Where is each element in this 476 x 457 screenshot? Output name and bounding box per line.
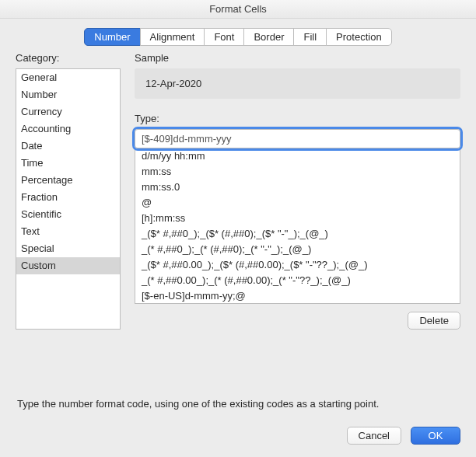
tab-number[interactable]: Number <box>84 28 140 46</box>
category-item[interactable]: Accounting <box>16 120 120 138</box>
category-item[interactable]: Currency <box>16 103 120 120</box>
delete-button[interactable]: Delete <box>408 312 460 330</box>
category-item[interactable]: Scientific <box>16 206 120 223</box>
hint-text: Type the number format code, using one o… <box>16 379 460 419</box>
sample-value: 12-Apr-2020 <box>135 68 460 99</box>
tab-fill[interactable]: Fill <box>293 28 327 46</box>
category-item[interactable]: Number <box>16 86 120 103</box>
format-code-list[interactable]: d/m/yy hh:mmmm:ssmm:ss.0@[h]:mm:ss_($* #… <box>135 148 460 304</box>
category-item[interactable]: Text <box>16 223 120 240</box>
category-item[interactable]: Special <box>16 240 120 257</box>
cancel-button[interactable]: Cancel <box>347 427 401 445</box>
format-code-item[interactable]: _($* #,##0.00_);_($* (#,##0.00);_($* "-"… <box>135 257 460 273</box>
category-label: Category: <box>16 52 121 64</box>
tab-font[interactable]: Font <box>204 28 244 46</box>
dialog-footer: Cancel OK <box>0 427 476 457</box>
category-item[interactable]: Custom <box>16 257 120 274</box>
type-label: Type: <box>135 113 460 124</box>
format-cells-window: Format Cells NumberAlignmentFontBorderFi… <box>0 0 476 457</box>
ok-button[interactable]: OK <box>411 427 460 445</box>
format-code-item[interactable]: @ <box>135 195 460 211</box>
tab-bar: NumberAlignmentFontBorderFillProtection <box>0 19 476 47</box>
category-item[interactable]: Time <box>16 155 120 172</box>
sample-label: Sample <box>135 52 460 64</box>
format-code-item[interactable]: _(* #,##0_);_(* (#,##0);_(* "-"_);_(@_) <box>135 242 460 257</box>
category-item[interactable]: Fraction <box>16 189 120 206</box>
dialog-body: Category: GeneralNumberCurrencyAccountin… <box>0 47 476 427</box>
category-item[interactable]: General <box>16 69 120 86</box>
type-input[interactable] <box>135 129 460 148</box>
tab-protection[interactable]: Protection <box>326 28 392 46</box>
window-title: Format Cells <box>0 0 476 19</box>
format-code-item[interactable]: _(* #,##0.00_);_(* (#,##0.00);_(* "-"??_… <box>135 273 460 288</box>
tab-border[interactable]: Border <box>243 28 294 46</box>
tab-alignment[interactable]: Alignment <box>140 28 205 46</box>
format-code-item[interactable]: [$-en-US]d-mmm-yy;@ <box>135 288 460 304</box>
format-code-item[interactable]: _($* #,##0_);_($* (#,##0);_($* "-"_);_(@… <box>135 226 460 242</box>
category-item[interactable]: Percentage <box>16 172 120 189</box>
format-code-item[interactable]: mm:ss.0 <box>135 180 460 195</box>
format-code-item[interactable]: mm:ss <box>135 164 460 180</box>
format-code-item[interactable]: d/m/yy hh:mm <box>135 148 460 164</box>
format-code-item[interactable]: [h]:mm:ss <box>135 211 460 226</box>
category-list[interactable]: GeneralNumberCurrencyAccountingDateTimeP… <box>16 68 121 330</box>
category-item[interactable]: Date <box>16 138 120 155</box>
